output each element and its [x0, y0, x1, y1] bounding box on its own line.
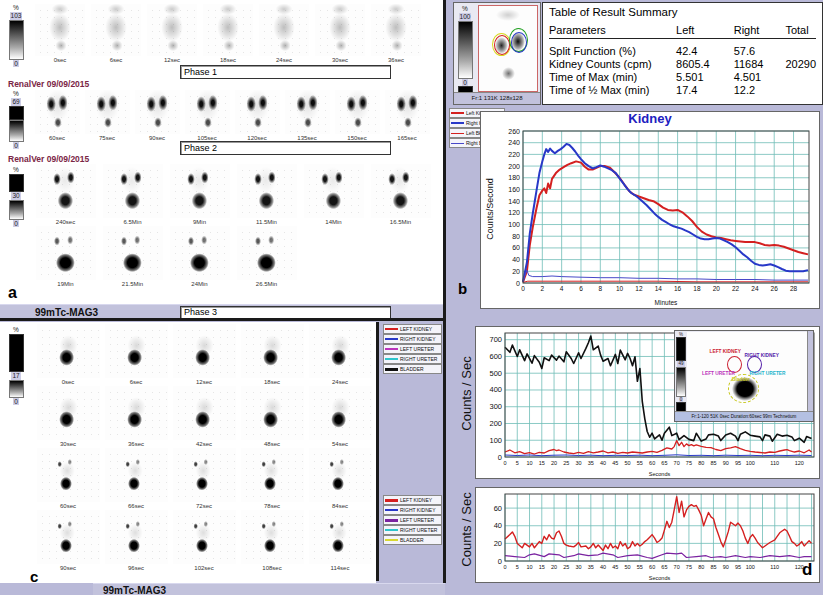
frame-time-label: 60sec	[60, 503, 76, 509]
scinti-frame: 165sec	[382, 90, 432, 141]
tracer-label: 99mTc-MAG3	[103, 585, 166, 595]
frame-time-label: 66sec	[128, 503, 144, 509]
scintigraphy-image	[315, 4, 365, 56]
scintigraphy-image	[335, 90, 380, 134]
svg-text:60: 60	[494, 504, 502, 513]
svg-text:5: 5	[516, 564, 519, 570]
table-cell: Split Function (%)	[549, 39, 676, 59]
scintigraphy-image	[304, 164, 364, 218]
colorbar-min: 0	[462, 79, 468, 87]
chart-title: Kidney	[481, 112, 819, 126]
svg-text:120: 120	[508, 209, 520, 216]
frame-time-label: 36sec	[388, 57, 404, 63]
table-row: Kidney Counts (cpm)8605.41168420290	[549, 58, 816, 71]
table-cell	[785, 39, 816, 59]
scinti-frame: 11.5Min	[233, 164, 300, 225]
scintigraphy-image	[309, 510, 372, 564]
frame-time-label: 42sec	[196, 441, 212, 447]
svg-text:4: 4	[560, 285, 564, 292]
scinti-frame: 102sec	[170, 510, 238, 571]
legend-label: RIGHT KIDNEY	[400, 336, 435, 342]
svg-text:20: 20	[551, 564, 557, 570]
svg-text:16: 16	[674, 285, 682, 292]
scintigraphy-image	[173, 510, 236, 564]
svg-text:40: 40	[512, 256, 520, 263]
scintigraphy-image	[173, 386, 236, 440]
scintigraphy-image	[309, 448, 372, 502]
roi-snapshot-card: % 100 0 Fr:1 131K 128x128	[453, 2, 541, 105]
table-cell: 12.2	[734, 84, 786, 97]
svg-text:20: 20	[494, 539, 502, 548]
svg-text:Minutes: Minutes	[655, 299, 679, 306]
roi-kidney-image	[478, 5, 538, 92]
roi-frame-caption: Fr:1 131K 128x128	[454, 92, 540, 104]
svg-text:30: 30	[576, 564, 582, 570]
svg-text:40: 40	[494, 521, 502, 530]
colorbar-saturated-block	[676, 337, 686, 361]
frame-time-label: 90sec	[60, 565, 76, 571]
svg-text:180: 180	[508, 174, 520, 181]
frame-time-label: 16.5Min	[390, 219, 411, 225]
frame-time-label: 26.5Min	[256, 281, 277, 287]
scintigraphy-image	[170, 164, 230, 218]
phase1-input[interactable]: Phase 1	[180, 65, 391, 79]
svg-text:95: 95	[735, 564, 741, 570]
svg-text:12: 12	[635, 285, 643, 292]
frame-time-label: 6sec	[110, 57, 123, 63]
colorbar-inset: % 49 0	[675, 331, 687, 421]
frame-row-c4: 90sec96sec102sec108sec114sec	[34, 510, 374, 571]
colorbar-min: 0	[13, 398, 19, 406]
roi-label: Bladder	[732, 378, 750, 383]
legend-label: RIGHT URETER	[400, 527, 437, 533]
colorbar-unit: %	[13, 326, 19, 334]
scintigraphy-image	[241, 510, 304, 564]
frame-time-label: 12sec	[196, 379, 212, 385]
frame-time-label: 6sec	[130, 379, 143, 385]
roi-inset-image: LEFT KIDNEYRIGHT KIDNEYLEFT URETERRIGHT …	[687, 332, 812, 412]
legend-item: RIGHT KIDNEY	[383, 505, 442, 515]
colorbar-min: 0	[13, 142, 19, 150]
table-cell: 17.4	[676, 84, 734, 97]
frame-time-label: 24sec	[276, 57, 292, 63]
legend-item: RIGHT URETER	[383, 354, 442, 364]
svg-text:25: 25	[563, 460, 569, 466]
scinti-frame: 108sec	[238, 510, 306, 571]
scinti-frame: 9Min	[166, 164, 233, 225]
svg-text:45: 45	[612, 564, 618, 570]
legend-line-swatch	[385, 529, 398, 531]
svg-text:14: 14	[655, 285, 663, 292]
table-row: Time of Max (min)5.5014.501	[549, 71, 816, 84]
colorbar-gradient	[676, 367, 686, 397]
panel-a-dynamic-phases: % 103 0 0sec6sec12sec18sec24sec30sec36se…	[0, 0, 445, 318]
table-cell: 8605.4	[676, 58, 734, 71]
scintigraphy-image	[37, 510, 100, 564]
scintigraphy-image	[371, 4, 421, 56]
scintigraphy-image	[105, 448, 168, 502]
phase2-input[interactable]: Phase 2	[180, 141, 391, 155]
frame-time-label: 30sec	[332, 57, 348, 63]
legend-line-swatch	[385, 519, 398, 522]
colorbar-saturated-block	[9, 106, 24, 120]
svg-text:500: 500	[489, 369, 502, 378]
svg-text:85: 85	[710, 564, 716, 570]
scintigraphy-image	[91, 4, 141, 56]
svg-text:70: 70	[674, 564, 680, 570]
renogram-chart: 0246810121416182022242628020406080100120…	[487, 127, 819, 307]
svg-text:10: 10	[526, 564, 532, 570]
scintigraphy-image	[37, 386, 100, 440]
scintigraphy-image	[285, 90, 330, 134]
panel-letter-c: c	[30, 568, 38, 585]
svg-text:90: 90	[723, 460, 729, 466]
legend-label: BLADDER	[400, 366, 424, 372]
table-cell	[785, 71, 816, 84]
svg-text:2: 2	[541, 285, 545, 292]
inset-scrollbar[interactable]	[807, 331, 813, 414]
scintigraphy-image	[309, 324, 372, 378]
frame-time-label: 54sec	[332, 441, 348, 447]
svg-text:8: 8	[598, 285, 602, 292]
scintigraphy-image	[36, 226, 96, 280]
frame-time-label: 9Min	[193, 219, 206, 225]
svg-text:95: 95	[735, 460, 741, 466]
scintigraphy-image	[237, 164, 297, 218]
legend-label: LEFT KIDNEY	[400, 326, 432, 332]
